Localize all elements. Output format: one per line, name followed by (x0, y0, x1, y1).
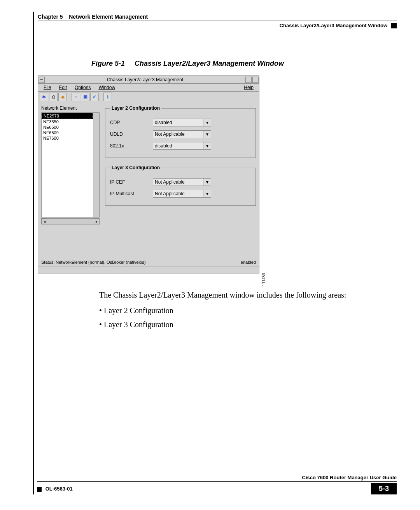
chapter-label: Chapter 5 (38, 14, 63, 20)
toolbar-info-icon[interactable]: ℹ (103, 93, 112, 101)
window-titlebar: Chassis Layer2/Layer3 Management (38, 76, 259, 84)
chapter-title: Network Element Management (69, 14, 148, 20)
footer-ol: OL-6563-01 (46, 486, 73, 492)
list-item[interactable]: NE3550 (42, 119, 93, 124)
vertical-scrollbar[interactable] (93, 113, 99, 217)
dot1x-value: disabled (153, 143, 203, 149)
left-rule (33, 12, 34, 494)
toolbar-person-icon[interactable]: ✱ (40, 93, 48, 101)
chevron-down-icon[interactable]: ▾ (203, 190, 211, 197)
chevron-down-icon[interactable]: ▾ (203, 131, 211, 138)
cdp-dropdown[interactable]: disabled ▾ (153, 119, 211, 126)
cdp-label: CDP (110, 120, 153, 125)
list-item[interactable]: NE6500 (42, 124, 93, 130)
window-max-icon[interactable] (252, 77, 259, 83)
menu-help[interactable]: Help (241, 84, 257, 91)
figure-caption: Figure 5-1 Chassis Layer2/Layer3 Managem… (91, 60, 397, 68)
cdp-value: disabled (153, 120, 203, 125)
ipcef-value: Not Applicable (153, 179, 203, 185)
status-state: enabled (241, 260, 256, 265)
status-strip (38, 266, 259, 273)
layer2-legend: Layer 2 Configuration (110, 105, 161, 111)
list-item[interactable]: NE6509 (42, 130, 93, 135)
toolbar-list-icon[interactable]: ≡ (72, 93, 80, 101)
window-menu-icon[interactable] (38, 77, 45, 83)
scroll-left-icon[interactable]: ◂ (42, 219, 47, 224)
toolbar-check-icon[interactable]: ✔ (90, 93, 99, 101)
toolbar-disk-icon[interactable]: ◆ (58, 93, 67, 101)
chevron-down-icon[interactable]: ▾ (203, 119, 211, 126)
menu-options[interactable]: Options (72, 84, 94, 91)
udld-label: UDLD (110, 131, 153, 137)
status-text: Status: NetworkElement (normal), OsBroke… (41, 260, 145, 265)
toolbar-print-icon[interactable]: ⎙ (49, 93, 58, 101)
header-subtitle-row: Chassis Layer2/Layer3 Management Window (38, 23, 397, 28)
page-footer: Cisco 7600 Router Manager User Guide OL-… (37, 475, 397, 494)
layer3-config-group: Layer 3 Configuration IP CEF Not Applica… (105, 165, 256, 206)
horizontal-scrollbar[interactable]: ◂ ▸ (41, 218, 100, 224)
bullet-item: Layer 3 Configuration (99, 319, 395, 330)
figure-label: Figure 5-1 (91, 60, 125, 67)
page-header: Chapter 5 Network Element Management (38, 14, 397, 21)
menu-file[interactable]: File (40, 84, 54, 91)
dot1x-dropdown[interactable]: disabled ▾ (153, 142, 211, 150)
footer-guide: Cisco 7600 Router Manager User Guide (37, 475, 397, 482)
body-intro: The Chassis Layer2/Layer3 Management win… (99, 289, 395, 301)
chevron-down-icon[interactable]: ▾ (203, 179, 211, 186)
page-number: 5-3 (371, 483, 397, 494)
window-min-icon[interactable] (245, 77, 252, 83)
udld-value: Not Applicable (153, 131, 203, 137)
footer-marker-icon (37, 487, 42, 492)
status-bar: Status: NetworkElement (normal), OsBroke… (38, 258, 259, 266)
list-item[interactable]: NE2970 (42, 113, 93, 119)
section-subtitle: Chassis Layer2/Layer3 Management Window (280, 23, 387, 28)
ipmc-dropdown[interactable]: Not Applicable ▾ (153, 190, 211, 198)
udld-dropdown[interactable]: Not Applicable ▾ (153, 130, 211, 138)
ipmc-label: IP Multicast (110, 191, 153, 196)
menubar: File Edit Options Window Help (38, 84, 259, 92)
chassis-mgmt-window: Chassis Layer2/Layer3 Management File Ed… (38, 75, 259, 273)
ipcef-label: IP CEF (110, 179, 153, 185)
scroll-right-icon[interactable]: ▸ (94, 219, 99, 224)
figure-id: 111453 (262, 273, 266, 286)
network-element-label: Network Element (41, 105, 100, 111)
dot1x-label: 802.1x (110, 143, 153, 149)
header-marker-icon (391, 23, 397, 28)
ipcef-dropdown[interactable]: Not Applicable ▾ (153, 178, 211, 186)
toolbar-monitor-icon[interactable]: ▣ (81, 93, 89, 101)
network-element-list[interactable]: NE2970 NE3550 NE6500 NE6509 NE7600 (41, 112, 100, 217)
layer2-config-group: Layer 2 Configuration CDP disabled ▾ UDL… (105, 105, 256, 158)
layer3-legend: Layer 3 Configuration (110, 165, 161, 170)
menu-window[interactable]: Window (95, 84, 118, 91)
menu-edit[interactable]: Edit (56, 84, 70, 91)
toolbar: ✱ ⎙ ◆ ≡ ▣ ✔ ℹ (38, 92, 259, 102)
window-title: Chassis Layer2/Layer3 Management (45, 77, 245, 82)
bullet-item: Layer 2 Configuration (99, 305, 395, 316)
ipmc-value: Not Applicable (153, 191, 203, 196)
chevron-down-icon[interactable]: ▾ (203, 142, 211, 149)
list-item[interactable]: NE7600 (42, 135, 93, 141)
figure-title: Chassis Layer2/Layer3 Management Window (135, 60, 284, 67)
